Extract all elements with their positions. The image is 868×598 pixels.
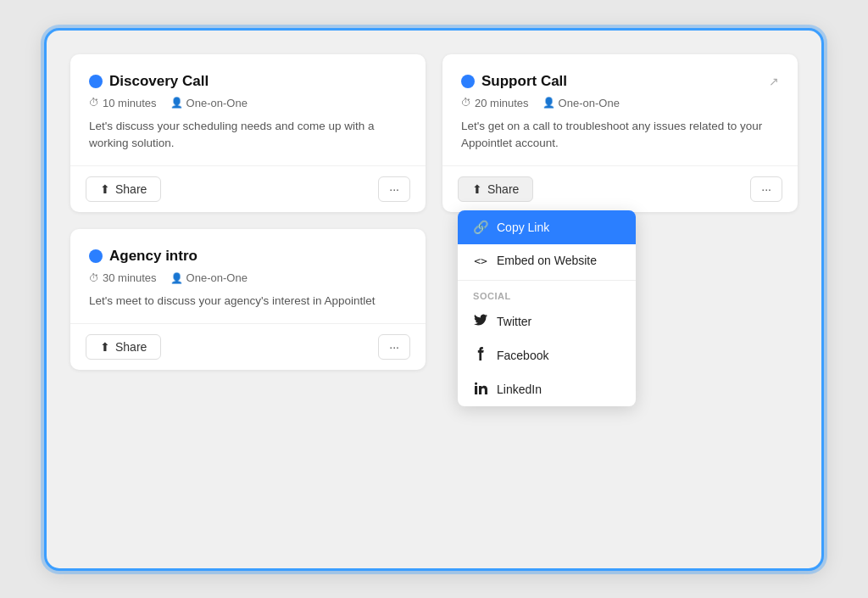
linkedin-label: LinkedIn [497,383,542,396]
dropdown-item-twitter[interactable]: Twitter [458,305,636,338]
clock-icon-agency: ⏱ [89,272,99,284]
person-icon-discovery: 👤 [170,97,183,109]
more-button-discovery[interactable]: ··· [378,176,410,202]
more-button-agency[interactable]: ··· [378,334,410,360]
desc-discovery: Let's discuss your scheduling needs and … [89,118,407,153]
status-dot-agency [89,249,103,263]
share-icon-discovery: ⬆ [100,182,110,196]
desc-agency: Let's meet to discuss your agency's inte… [89,293,407,310]
status-dot-discovery [89,75,103,88]
card-body-discovery: Discovery Call ⏱ 10 minutes 👤 One-on-One… [70,54,426,166]
embed-icon: <> [473,254,488,267]
status-dot-support [461,75,475,88]
meta-agency: ⏱ 30 minutes 👤 One-on-One [89,271,407,284]
title-row-discovery: Discovery Call [89,73,407,90]
card-body-agency: Agency intro ⏱ 30 minutes 👤 One-on-One L… [70,229,426,323]
duration-discovery: 10 minutes [103,97,157,109]
type-agency: One-on-One [186,271,248,284]
title-agency: Agency intro [109,248,198,265]
type-support: One-on-One [559,97,620,109]
footer-support: ⬆ Share ··· 🔗 Copy Link <> Embed on Webs… [442,165,798,212]
meta-support: ⏱ 20 minutes 👤 One-on-One [461,97,779,109]
title-discovery: Discovery Call [109,73,209,90]
share-button-discovery[interactable]: ⬆ Share [86,176,161,202]
share-button-support[interactable]: ⬆ Share [458,176,533,202]
meta-discovery: ⏱ 10 minutes 👤 One-on-One [89,97,407,109]
card-body-support: Support Call ↗ ⏱ 20 minutes 👤 One-on-One… [442,54,798,166]
title-row-agency: Agency intro [89,248,407,265]
facebook-label: Facebook [497,349,548,362]
person-icon-agency: 👤 [170,272,183,284]
twitter-icon [473,314,488,328]
footer-discovery: ⬆ Share ··· [70,165,426,212]
embed-label: Embed on Website [497,254,597,267]
card-discovery-call: Discovery Call ⏱ 10 minutes 👤 One-on-One… [70,54,426,213]
social-section-label: SOCIAL [458,284,636,305]
linkedin-icon [473,382,488,397]
person-icon-support: 👤 [542,97,555,109]
dropdown-item-linkedin[interactable]: LinkedIn [458,372,636,406]
twitter-label: Twitter [497,315,531,328]
facebook-icon [473,347,488,363]
share-button-agency[interactable]: ⬆ Share [86,334,161,360]
dropdown-divider [458,280,636,281]
more-button-support[interactable]: ··· [750,176,782,202]
card-agency-intro: Agency intro ⏱ 30 minutes 👤 One-on-One L… [70,229,426,370]
footer-agency: ⬆ Share ··· [70,323,426,370]
type-discovery: One-on-One [186,97,248,109]
cards-grid: Discovery Call ⏱ 10 minutes 👤 One-on-One… [70,54,798,371]
duration-agency: 30 minutes [103,271,157,284]
share-icon-support: ⬆ [472,182,482,196]
share-icon-agency: ⬆ [100,340,110,354]
dropdown-item-copy-link[interactable]: 🔗 Copy Link [458,210,636,244]
copy-link-label: Copy Link [497,221,549,234]
share-dropdown: 🔗 Copy Link <> Embed on Website SOCIAL [458,210,636,406]
dropdown-item-facebook[interactable]: Facebook [458,338,636,372]
clock-icon-support: ⏱ [461,97,471,109]
title-row-support: Support Call ↗ [461,73,779,90]
desc-support: Let's get on a call to troubleshoot any … [461,118,779,153]
duration-support: 20 minutes [475,97,529,109]
dropdown-item-embed[interactable]: <> Embed on Website [458,244,636,277]
copy-link-icon: 🔗 [473,220,488,235]
title-support: Support Call [481,73,567,90]
external-link-icon[interactable]: ↗ [769,75,779,88]
main-container: Discovery Call ⏱ 10 minutes 👤 One-on-One… [44,28,824,571]
card-support-call: Support Call ↗ ⏱ 20 minutes 👤 One-on-One… [442,54,798,213]
clock-icon-discovery: ⏱ [89,97,99,109]
